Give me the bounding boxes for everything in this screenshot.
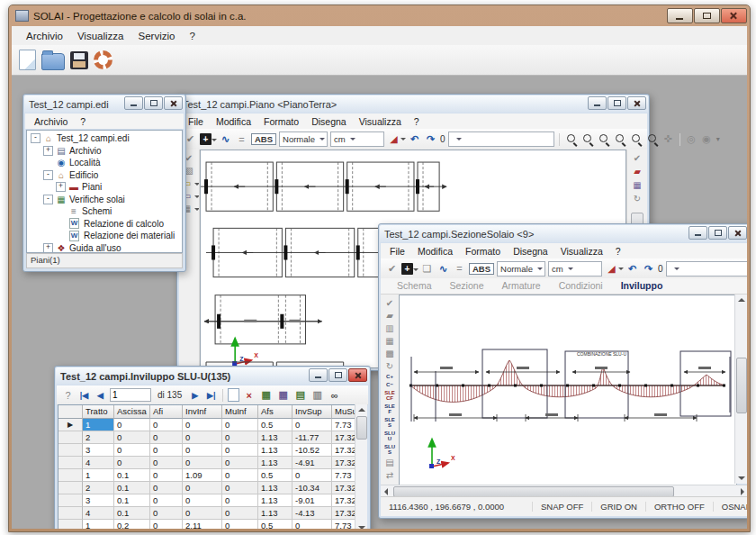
column-header-invsup[interactable]: InvSup [292,405,332,419]
cell[interactable]: 0.2 [114,520,150,529]
vertical-scrollbar[interactable] [355,404,367,529]
tree-item-guida-all-uso[interactable]: +❖Guida all'uso [27,242,182,254]
table-icon[interactable]: ▦ [382,335,397,347]
hatch-icon[interactable]: ▩ [382,348,397,359]
tab-schema[interactable]: Schema [388,278,441,294]
cell[interactable]: 0 [222,444,258,457]
previous-record-icon[interactable]: ◀ [94,388,107,402]
slu-u-button[interactable]: SLUU [384,431,395,441]
row-selector[interactable] [58,507,83,520]
new-record-icon[interactable] [228,388,239,402]
eraser-icon[interactable]: ▰ [382,310,397,322]
zoom-out-icon[interactable] [564,132,579,147]
cell[interactable]: 0.1 [114,469,150,482]
cell[interactable]: 0 [183,482,222,494]
cell[interactable]: 0 [183,494,222,507]
cell[interactable]: 0 [222,507,258,520]
cell[interactable]: 0 [114,431,150,444]
eraser-icon[interactable]: ▰ [630,166,644,177]
table-row[interactable]: 10.202.1100.507.730.99 [58,520,355,529]
zoom-plus-icon[interactable] [645,132,660,147]
pan-icon[interactable]: ✜ [662,132,675,146]
cell[interactable]: 0 [114,419,150,431]
cell[interactable]: -4.13 [292,507,332,520]
menu-item-visualizza[interactable]: Visualizza [70,28,131,44]
tree-expander-icon[interactable]: + [43,243,53,253]
table-row[interactable]: 20.10001.13-10.3417.321.4 [58,482,355,494]
cell[interactable]: 0 [292,419,332,431]
cell[interactable]: 3 [83,444,114,457]
minimize-button[interactable] [667,8,693,23]
zoom-minus-icon[interactable] [629,132,644,147]
style-combo[interactable]: Normale [279,131,328,147]
redraw-icon[interactable]: ◎ [685,132,698,146]
cell[interactable]: 17.32 [332,482,356,494]
table-row[interactable]: 40.10001.13-4.1317.320.75 [58,507,355,520]
row-selector[interactable] [58,520,83,529]
annotate-icon[interactable]: ✔ [630,152,644,164]
cell[interactable]: 0 [183,444,222,457]
table-icon[interactable]: ▦ [630,179,644,191]
cell[interactable]: 0 [222,469,258,482]
cell[interactable]: 17.32 [332,507,356,520]
save-file-icon[interactable] [70,51,88,69]
cell[interactable]: 0 [114,444,150,457]
menu-item-servizio[interactable]: Servizio [130,28,182,44]
cell[interactable]: 0 [150,419,183,431]
ortho-toggle[interactable]: ORTHO OFF [645,502,713,512]
spline-icon[interactable]: ∿ [436,262,450,276]
align-icon[interactable]: = [235,132,248,146]
close-button[interactable] [721,8,747,23]
pan-hand-icon[interactable]: ❏ [420,262,434,276]
osnap-toggle[interactable]: OSNAP ON [713,502,747,512]
cell[interactable]: 17.32 [332,457,356,469]
command-combo[interactable] [448,131,554,147]
cell[interactable]: 0 [222,520,258,529]
scroll-down-icon[interactable] [358,526,365,529]
cell[interactable]: 0 [183,507,222,520]
tree-expander-icon[interactable]: - [31,133,40,143]
find-icon[interactable]: ∞ [328,388,341,402]
maximize-button[interactable] [694,8,720,23]
menu-item-archivio[interactable]: Archivio [19,28,70,44]
undo-icon[interactable]: ↶ [408,132,421,146]
row-selector[interactable] [58,431,83,444]
row-selector[interactable] [58,444,83,457]
menu-item-modifica[interactable]: Modifica [411,244,459,258]
copy-icon[interactable]: ▥ [310,388,324,402]
slu-s-button[interactable]: SLUS [384,444,395,455]
spline-icon[interactable]: ∿ [219,132,232,146]
cell[interactable]: 4 [83,457,114,469]
sle-f-button[interactable]: SLEF [384,404,395,414]
menu-item-[interactable]: ? [408,114,426,129]
menu-item-visualizza[interactable]: Visualizza [554,244,609,258]
maximize-button[interactable] [328,368,347,382]
cell[interactable]: 0 [292,520,332,529]
minimize-button[interactable] [688,226,707,240]
tree-item-piani[interactable]: +▬Piani [27,181,182,194]
zoom-previous-icon[interactable] [613,132,627,147]
cell[interactable]: 0 [150,457,183,469]
tree-item-localit[interactable]: ◉Località [27,157,182,169]
first-record-icon[interactable]: |◀ [77,388,91,402]
table-row[interactable]: 200001.13-11.7717.321.47 [58,431,355,444]
cell[interactable]: 0 [222,419,258,431]
menu-item-archivio[interactable]: Archivio [28,114,74,129]
scroll-right-icon[interactable] [741,488,744,495]
style-combo[interactable]: Normale [497,261,545,277]
table-row[interactable]: 300001.13-10.5217.321.54 [58,444,355,457]
condition-minus-button[interactable]: C− [386,382,393,387]
help-icon[interactable]: ? [61,388,75,402]
scroll-left-icon[interactable] [384,488,388,495]
cell[interactable]: 0 [222,431,258,444]
new-file-icon[interactable] [19,50,36,70]
cell[interactable]: 7.73 [332,520,356,529]
scrollbar-thumb[interactable] [736,358,747,413]
cell[interactable]: 0 [150,520,183,529]
cell[interactable]: 0 [150,469,183,482]
menu-item-file[interactable]: File [383,244,411,258]
zoom-window-icon[interactable] [597,132,611,147]
cell[interactable]: 4 [83,507,114,520]
tab-sezione[interactable]: Sezione [441,278,493,294]
cell[interactable]: -9.01 [292,494,332,507]
